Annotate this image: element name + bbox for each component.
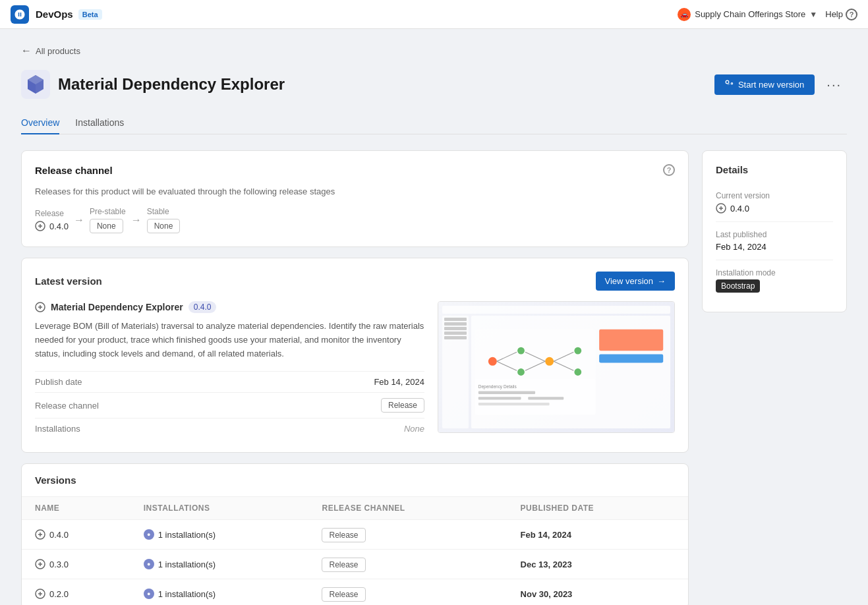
latest-version-card: Latest version View version → [21, 258, 689, 453]
row-version-icon [35, 529, 45, 540]
install-count-icon: ● [144, 529, 154, 540]
svg-rect-22 [478, 403, 550, 405]
stage-release: Release 0.4.0 [35, 209, 69, 231]
meta-release-channel: Release channel Release [35, 392, 424, 418]
row-version-icon [35, 589, 45, 599]
table-row: 0.2.0 ● 1 installation(s) Release Nov 30… [22, 579, 688, 605]
tab-overview[interactable]: Overview [21, 112, 59, 134]
row-version-name: 0.3.0 [49, 560, 69, 569]
stage-stable: Stable None [147, 207, 181, 233]
last-published-label: Last published [716, 230, 833, 239]
svg-point-7 [517, 347, 525, 355]
svg-rect-23 [528, 397, 564, 399]
release-subtitle: Releases for this product will be evalua… [35, 187, 675, 196]
latest-version-title: Latest version [35, 275, 102, 287]
store-selector[interactable]: 🚗 Supply Chain Offerings Store ▼ [678, 8, 817, 21]
row-version-icon [35, 559, 45, 569]
svg-rect-21 [478, 397, 521, 399]
svg-rect-3 [599, 330, 663, 351]
release-channel-title: Release channel ? [35, 164, 675, 176]
latest-version-tag: 0.4.0 [188, 301, 217, 313]
store-name: Supply Chain Offerings Store [695, 9, 805, 19]
latest-meta: Publish date Feb 14, 2024 Release channe… [35, 371, 424, 439]
details-card: Details Current version 0.4.0 [702, 150, 847, 312]
version-cell: 0.2.0 [35, 589, 117, 599]
latest-product-header: Material Dependency Explorer 0.4.0 [35, 301, 424, 313]
start-new-version-button[interactable]: Start new version [714, 74, 815, 95]
more-options-button[interactable]: ··· [821, 74, 847, 95]
product-icon [21, 70, 50, 99]
versions-table: NAME Installations Release channel Publi… [22, 497, 688, 605]
view-version-button[interactable]: View version → [596, 272, 675, 291]
svg-rect-4 [599, 355, 663, 363]
latest-content: Material Dependency Explorer 0.4.0 Lever… [35, 301, 675, 439]
latest-description: Leverage BOM (Bill of Materials) travers… [35, 320, 424, 360]
version-icon [35, 221, 45, 231]
table-row: 0.3.0 ● 1 installation(s) Release Dec 13… [22, 550, 688, 579]
install-cell: ● 1 installation(s) [144, 559, 296, 569]
main-layout: Release channel ? Releases for this prod… [21, 150, 847, 605]
col-release-channel: Release channel [308, 497, 507, 520]
preview-chart-area: Dependency Details [471, 316, 670, 428]
help-button[interactable]: Help ? [825, 9, 857, 20]
svg-point-6 [488, 357, 497, 366]
preview-body: Dependency Details [442, 316, 670, 428]
meta-channel-badge: Release [381, 398, 424, 413]
app-header: DevOps Beta 🚗 Supply Chain Offerings Sto… [0, 0, 868, 29]
versions-card: Versions NAME Installations Release chan… [21, 463, 689, 605]
col-published-date: Published date [507, 497, 688, 520]
versions-title: Versions [22, 464, 688, 497]
col-name: NAME [22, 497, 130, 520]
install-mode-label: Installation mode [716, 268, 833, 277]
tab-installations[interactable]: Installations [75, 112, 124, 134]
row-published-date: Dec 13, 2023 [521, 560, 572, 569]
details-rows: Current version 0.4.0 La [716, 183, 833, 299]
current-version-value-row: 0.4.0 [716, 203, 833, 214]
install-count-icon: ● [144, 559, 154, 569]
latest-info: Material Dependency Explorer 0.4.0 Lever… [35, 301, 424, 439]
back-link[interactable]: ← All products [21, 45, 847, 57]
row-channel-badge: Release [322, 587, 365, 602]
side-column: Details Current version 0.4.0 [702, 150, 847, 312]
page-title: Material Dependency Explorer [58, 75, 285, 94]
current-version-value: 0.4.0 [730, 204, 749, 214]
row-channel-badge: Release [322, 528, 365, 542]
page-header: Material Dependency Explorer Start new v… [21, 70, 847, 99]
stage-arrow-1-icon: → [74, 214, 84, 226]
meta-publish-date: Publish date Feb 14, 2024 [35, 371, 424, 392]
start-new-version-label: Start new version [738, 80, 804, 90]
store-icon: 🚗 [678, 8, 691, 21]
svg-point-10 [574, 347, 581, 355]
page-content: ← All products Material Dependency Explo… [0, 29, 868, 605]
svg-rect-20 [478, 391, 535, 394]
svg-text:Dependency Details: Dependency Details [478, 384, 517, 389]
preview-sidebar-item [444, 336, 467, 339]
release-channel-help-icon[interactable]: ? [663, 164, 675, 176]
help-label: Help [825, 9, 843, 19]
app-name: DevOps [36, 9, 73, 20]
app-logo [11, 5, 29, 24]
row-channel-badge: Release [322, 558, 365, 572]
latest-product-icon [35, 302, 45, 312]
install-count-icon: ● [144, 589, 154, 599]
meta-installations: Installations None [35, 418, 424, 439]
stage-prestable: Pre-stable None [90, 207, 126, 233]
header-actions: Start new version ··· [714, 74, 847, 95]
preview-sidebar-item [444, 322, 467, 326]
table-row: 0.4.0 ● 1 installation(s) Release Feb 14… [22, 520, 688, 550]
detail-last-published: Last published Feb 14, 2024 [716, 222, 833, 260]
stage-release-version: 0.4.0 [49, 221, 69, 231]
detail-current-version: Current version 0.4.0 [716, 183, 833, 222]
latest-product-name: Material Dependency Explorer [51, 302, 183, 312]
beta-badge: Beta [78, 9, 102, 20]
page-title-area: Material Dependency Explorer [21, 70, 285, 99]
row-installations: 1 installation(s) [158, 589, 216, 599]
current-version-icon [716, 203, 726, 214]
version-cell: 0.4.0 [35, 529, 117, 540]
release-stages: Release 0.4.0 → [35, 207, 675, 233]
svg-point-8 [517, 368, 525, 376]
back-arrow-icon: ← [21, 45, 32, 57]
preview-content: Dependency Details [438, 302, 674, 432]
stage-arrow-2-icon: → [131, 214, 142, 226]
details-title: Details [716, 164, 833, 175]
